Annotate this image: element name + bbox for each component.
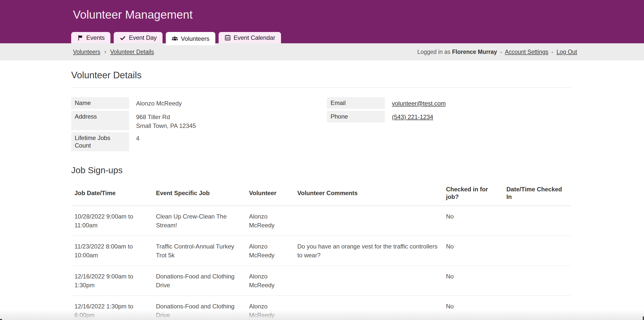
main-content: Volunteer Details Name Alonzo McReedy Ad…: [71, 70, 571, 320]
cell-checked-in: No: [443, 236, 503, 266]
field-value: 968 Tiller Rd Small Town, PA 12345: [136, 111, 196, 130]
cell-checked-in: No: [443, 296, 503, 320]
detail-row-address: Address 968 Tiller Rd Small Town, PA 123…: [71, 111, 327, 130]
field-label: Phone: [327, 111, 385, 122]
detail-row-phone: Phone (543) 221-1234: [327, 111, 446, 122]
col-header-checked-in: Checked in for job?: [443, 182, 503, 206]
cell-checked-in: No: [443, 266, 503, 296]
table-row: 10/28/2022 9:00am to 11:00am Clean Up Cr…: [71, 206, 571, 236]
detail-row-email: Email volunteer@test.com: [327, 97, 446, 109]
cell-event-specific-job: Donations-Food and Clothing Drive: [153, 296, 246, 320]
session-prefix: Logged in as: [417, 49, 451, 55]
address-line-1: 968 Tiller Rd: [136, 113, 196, 121]
breadcrumb-separator-icon: ›: [104, 49, 106, 55]
page-edge-artifact-left: [0, 319, 2, 320]
calendar-icon: [224, 34, 231, 41]
details-right-column: Email volunteer@test.com Phone (543) 221…: [327, 97, 446, 153]
cell-volunteer: Alonzo McReedy: [246, 296, 294, 320]
field-label: Name: [71, 97, 129, 109]
field-value: (543) 221-1234: [392, 111, 433, 122]
session-dash: -: [551, 49, 553, 55]
cell-checked-in-time: [503, 266, 571, 296]
breadcrumb: Volunteers › Volunteer Details: [73, 49, 154, 55]
phone-link[interactable]: (543) 221-1234: [392, 114, 433, 120]
field-label: Address: [71, 111, 129, 130]
tab-label: Event Day: [129, 34, 157, 41]
volunteer-details-heading: Volunteer Details: [71, 70, 571, 81]
field-value: volunteer@test.com: [392, 97, 446, 109]
session-info: Logged in as Florence Murray - Account S…: [417, 49, 577, 55]
col-header-checked-in-time: Date/Time Checked In: [503, 182, 571, 206]
details-left-column: Name Alonzo McReedy Address 968 Tiller R…: [71, 97, 327, 153]
account-settings-link[interactable]: Account Settings: [505, 49, 548, 55]
detail-row-name: Name Alonzo McReedy: [71, 97, 327, 109]
tab-label: Events: [86, 34, 105, 41]
cell-job-datetime: 12/16/2022 1:30pm to 6:00pm: [71, 296, 153, 320]
breadcrumb-bar: Volunteers › Volunteer Details Logged in…: [0, 43, 644, 60]
check-icon: [119, 34, 126, 41]
cell-volunteer-comments: Do you have an orange vest for the traff…: [294, 236, 443, 266]
users-icon: [172, 35, 178, 42]
cell-job-datetime: 11/23/2022 8:00am to 10:00am: [71, 236, 153, 266]
cell-volunteer-comments: [294, 266, 443, 296]
cell-checked-in: No: [443, 206, 503, 236]
email-link[interactable]: volunteer@test.com: [392, 100, 446, 107]
cell-event-specific-job: Donations-Food and Clothing Drive: [153, 266, 246, 296]
tab-events[interactable]: Events: [71, 32, 110, 43]
field-value: Alonzo McReedy: [136, 97, 182, 109]
log-out-link[interactable]: Log Out: [556, 49, 577, 55]
col-header-volunteer: Volunteer: [246, 182, 294, 206]
col-header-event-specific-job: Event Specific Job: [153, 182, 246, 206]
table-row: 11/23/2022 8:00am to 10:00am Traffic Con…: [71, 236, 571, 266]
cell-event-specific-job: Traffic Control-Annual Turkey Trot 5k: [153, 236, 246, 266]
tab-event-day[interactable]: Event Day: [114, 32, 163, 43]
tab-event-calendar[interactable]: Event Calendar: [219, 32, 281, 43]
page-title: Volunteer Management: [0, 0, 644, 22]
table-row: 12/16/2022 1:30pm to 6:00pm Donations-Fo…: [71, 296, 571, 320]
tab-volunteers[interactable]: Volunteers: [166, 32, 215, 45]
cell-volunteer: Alonzo McReedy: [246, 266, 294, 296]
cell-volunteer-comments: [294, 206, 443, 236]
main-tab-bar: Events Event Day Volunteers: [71, 32, 281, 43]
app-header: Volunteer Management Events Event Day: [0, 0, 644, 43]
field-label: Email: [327, 97, 385, 109]
cell-job-datetime: 10/28/2022 9:00am to 11:00am: [71, 206, 153, 236]
cell-checked-in-time: [503, 296, 571, 320]
job-signups-table: Job Date/Time Event Specific Job Volunte…: [71, 182, 571, 320]
tab-label: Event Calendar: [234, 34, 275, 41]
cell-job-datetime: 12/16/2022 9:00am to 1:30pm: [71, 266, 153, 296]
page-edge-artifact-right: [643, 316, 644, 320]
breadcrumb-volunteer-details-link[interactable]: Volunteer Details: [110, 49, 154, 55]
flag-icon: [77, 34, 84, 41]
cell-volunteer: Alonzo McReedy: [246, 206, 294, 236]
cell-checked-in-time: [503, 206, 571, 236]
cell-checked-in-time: [503, 236, 571, 266]
breadcrumb-volunteers-link[interactable]: Volunteers: [73, 49, 100, 55]
volunteer-details-grid: Name Alonzo McReedy Address 968 Tiller R…: [71, 97, 571, 153]
table-row: 12/16/2022 9:00am to 1:30pm Donations-Fo…: [71, 266, 571, 296]
table-header-row: Job Date/Time Event Specific Job Volunte…: [71, 182, 571, 206]
job-signups-heading: Job Sign-ups: [71, 165, 571, 175]
session-dash: -: [500, 49, 502, 55]
heading-divider: [71, 87, 571, 88]
field-label: Lifetime Jobs Count: [71, 132, 129, 151]
cell-volunteer: Alonzo McReedy: [246, 236, 294, 266]
cell-volunteer-comments: [294, 296, 443, 320]
col-header-job-datetime: Job Date/Time: [71, 182, 153, 206]
cell-event-specific-job: Clean Up Crew-Clean The Stream!: [153, 206, 246, 236]
detail-row-lifetime-jobs: Lifetime Jobs Count 4: [71, 132, 327, 151]
field-value: 4: [136, 132, 139, 151]
tab-label: Volunteers: [181, 35, 209, 42]
session-username: Florence Murray: [452, 49, 497, 55]
col-header-volunteer-comments: Volunteer Comments: [294, 182, 443, 206]
address-line-2: Small Town, PA 12345: [136, 121, 196, 130]
